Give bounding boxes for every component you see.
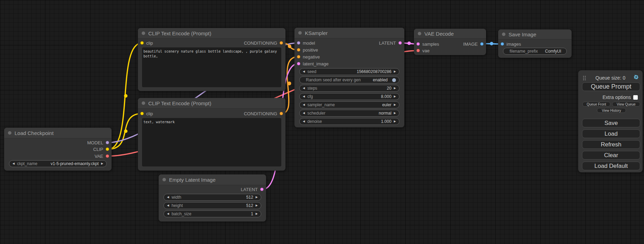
- latent-port-icon[interactable]: [398, 41, 402, 45]
- image-port-icon[interactable]: [501, 42, 504, 46]
- node-load-checkpoint[interactable]: Load Checkpoint MODEL CLIP VAE ◀ ckpt_na…: [4, 128, 112, 171]
- input-clip[interactable]: clip: [140, 40, 153, 46]
- prev-arrow-icon[interactable]: ◀: [303, 70, 305, 73]
- steps-widget[interactable]: ◀ steps 20 ▶: [299, 85, 399, 92]
- prev-arrow-icon[interactable]: ◀: [303, 95, 305, 98]
- positive-prompt-textarea[interactable]: beautiful scenery nature glass bottle la…: [142, 47, 281, 87]
- collapse-dot-icon[interactable]: [298, 31, 302, 35]
- node-header[interactable]: CLIP Text Encode (Prompt): [138, 28, 285, 39]
- collapse-dot-icon[interactable]: [162, 178, 166, 181]
- view-queue-button[interactable]: View Queue: [612, 102, 640, 107]
- random-seed-widget[interactable]: Random seed after every gen enabled: [299, 76, 399, 83]
- input-model[interactable]: model: [297, 40, 315, 46]
- prev-arrow-icon[interactable]: ◀: [167, 196, 169, 199]
- cfg-widget[interactable]: ◀ cfg 8.000 ▶: [299, 93, 399, 100]
- vae-port-icon[interactable]: [416, 49, 420, 52]
- scheduler-widget[interactable]: ◀ scheduler normal ▶: [299, 110, 399, 117]
- prev-arrow-icon[interactable]: ◀: [12, 162, 15, 165]
- input-samples[interactable]: samples: [416, 41, 439, 47]
- next-arrow-icon[interactable]: ▶: [394, 103, 396, 106]
- collapse-dot-icon[interactable]: [502, 33, 505, 36]
- sampler-name-widget[interactable]: ◀ sampler_name euler ▶: [299, 101, 399, 108]
- prev-arrow-icon[interactable]: ◀: [167, 204, 169, 207]
- output-image[interactable]: IMAGE: [463, 41, 484, 47]
- input-positive[interactable]: positive: [297, 47, 318, 53]
- filename-prefix-widget[interactable]: filename_prefix ComfyUI: [503, 48, 567, 55]
- model-port-icon[interactable]: [297, 41, 300, 45]
- input-vae[interactable]: vae: [416, 47, 430, 54]
- prev-arrow-icon[interactable]: ◀: [303, 87, 305, 90]
- image-port-icon[interactable]: [480, 42, 484, 46]
- batch-size-widget[interactable]: ◀ batch_size 1 ▶: [164, 210, 261, 217]
- collapse-dot-icon[interactable]: [418, 32, 421, 35]
- link-dot-clip1[interactable]: [124, 94, 127, 98]
- link-dot-image[interactable]: [490, 42, 493, 45]
- toggle-dot-icon[interactable]: [392, 78, 396, 82]
- clip-port-icon[interactable]: [140, 41, 144, 45]
- model-port-icon[interactable]: [106, 141, 109, 144]
- input-latent-image[interactable]: latent_image: [297, 61, 328, 67]
- latent-port-icon[interactable]: [416, 42, 420, 46]
- node-header[interactable]: Load Checkpoint: [4, 128, 112, 138]
- conditioning-port-icon[interactable]: [297, 48, 300, 52]
- load-default-button[interactable]: Load Default: [582, 162, 640, 170]
- input-negative[interactable]: negative: [297, 54, 320, 60]
- comfy-menu-panel[interactable]: Queue size: 0 Queue Prompt Extra options…: [578, 70, 643, 172]
- next-arrow-icon[interactable]: ▶: [394, 95, 396, 98]
- output-conditioning[interactable]: CONDITIONING: [244, 110, 283, 117]
- node-clip-text-encode-positive[interactable]: CLIP Text Encode (Prompt) clip CONDITION…: [138, 28, 285, 91]
- output-vae[interactable]: VAE: [95, 153, 109, 159]
- extra-options-checkbox[interactable]: [633, 95, 638, 100]
- next-arrow-icon[interactable]: ▶: [256, 196, 258, 199]
- node-header[interactable]: Save Image: [498, 29, 572, 39]
- node-save-image[interactable]: Save Image images filename_prefix ComfyU…: [498, 29, 572, 58]
- conditioning-port-icon[interactable]: [280, 112, 283, 115]
- prev-arrow-icon[interactable]: ◀: [303, 120, 305, 123]
- next-arrow-icon[interactable]: ▶: [101, 162, 103, 165]
- queue-prompt-button[interactable]: Queue Prompt: [582, 82, 640, 91]
- node-header[interactable]: Empty Latent Image: [159, 174, 266, 185]
- next-arrow-icon[interactable]: ▶: [256, 204, 258, 207]
- ckpt-name-widget[interactable]: ◀ ckpt_name v1-5-pruned-emaonly.ckpt ▶: [9, 160, 107, 167]
- refresh-button[interactable]: Refresh: [582, 140, 640, 149]
- next-arrow-icon[interactable]: ▶: [394, 112, 396, 115]
- collapse-dot-icon[interactable]: [142, 31, 145, 35]
- save-button[interactable]: Save: [582, 119, 640, 127]
- collapse-dot-icon[interactable]: [142, 101, 145, 105]
- negative-prompt-textarea[interactable]: text, watermark: [142, 118, 281, 166]
- output-latent[interactable]: LATENT: [379, 40, 402, 46]
- output-clip[interactable]: CLIP: [93, 146, 109, 152]
- settings-gear-icon[interactable]: [633, 74, 639, 80]
- node-vae-decode[interactable]: VAE Decode samples vae IMAGE: [414, 29, 486, 55]
- width-widget[interactable]: ◀ width 512 ▶: [164, 194, 261, 201]
- queue-front-button[interactable]: Queue Front: [582, 102, 610, 107]
- vae-port-icon[interactable]: [106, 154, 109, 158]
- seed-widget[interactable]: ◀ seed 156680208700286 ▶: [299, 68, 399, 75]
- load-button[interactable]: Load: [582, 129, 640, 138]
- node-clip-text-encode-negative[interactable]: CLIP Text Encode (Prompt) clip CONDITION…: [138, 98, 285, 171]
- clip-port-icon[interactable]: [106, 147, 109, 151]
- prev-arrow-icon[interactable]: ◀: [167, 213, 169, 215]
- link-dot-negative[interactable]: [288, 82, 291, 85]
- collapse-dot-icon[interactable]: [8, 131, 11, 135]
- view-history-button[interactable]: View History: [597, 108, 626, 113]
- prev-arrow-icon[interactable]: ◀: [303, 103, 305, 106]
- output-model[interactable]: MODEL: [87, 139, 109, 146]
- prev-arrow-icon[interactable]: ◀: [303, 112, 305, 115]
- comfyui-canvas[interactable]: { "app": "ComfyUI node graph", "colors":…: [0, 0, 644, 244]
- latent-port-icon[interactable]: [297, 62, 300, 65]
- input-images[interactable]: images: [501, 41, 521, 47]
- node-header[interactable]: CLIP Text Encode (Prompt): [138, 98, 285, 109]
- denoise-widget[interactable]: ◀ denoise 1.000 ▶: [299, 118, 399, 125]
- next-arrow-icon[interactable]: ▶: [394, 87, 396, 90]
- next-arrow-icon[interactable]: ▶: [394, 120, 396, 123]
- next-arrow-icon[interactable]: ▶: [256, 213, 258, 215]
- latent-port-icon[interactable]: [260, 188, 264, 191]
- node-header[interactable]: VAE Decode: [414, 29, 486, 39]
- input-clip[interactable]: clip: [140, 110, 153, 117]
- conditioning-port-icon[interactable]: [297, 55, 300, 58]
- clip-port-icon[interactable]: [140, 112, 144, 115]
- output-latent[interactable]: LATENT: [241, 186, 264, 192]
- conditioning-port-icon[interactable]: [280, 41, 283, 45]
- next-arrow-icon[interactable]: ▶: [394, 70, 396, 73]
